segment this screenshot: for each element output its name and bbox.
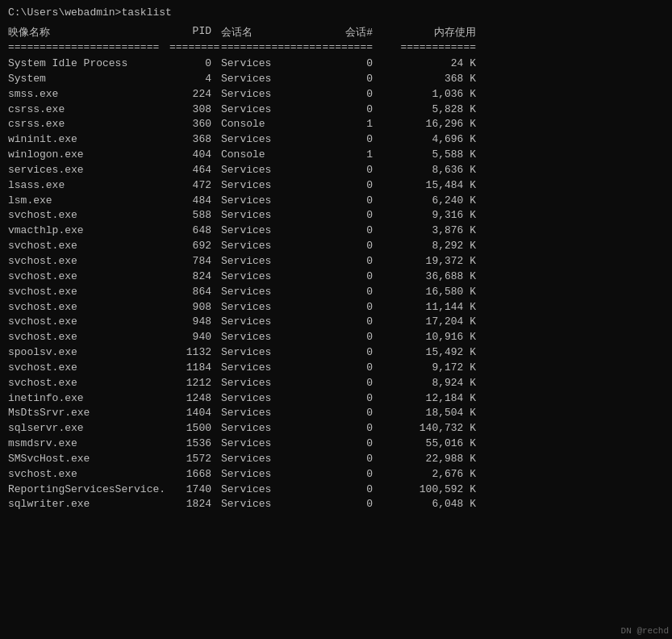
proc-pid: 1500 [169,421,218,436]
proc-name: System Idle Process [8,56,169,72]
table-row: svchost.exe 588 Services 0 9,316 K [8,208,664,223]
proc-mem: 55,016 K [379,436,476,452]
proc-pid: 484 [169,194,218,209]
proc-name: csrss.exe [8,102,169,118]
proc-num: 0 [315,223,379,239]
proc-name: ReportingServicesService. [8,482,169,498]
proc-pid: 224 [169,87,218,102]
table-divider: ======================== ======== ======… [8,41,664,53]
proc-name: vmacthlp.exe [8,223,169,239]
proc-num: 1 [315,148,379,163]
proc-num: 0 [315,300,379,315]
proc-pid: 940 [169,330,218,345]
proc-name: System [8,72,169,87]
proc-pid: 360 [169,117,218,132]
proc-pid: 404 [169,148,218,163]
proc-mem: 5,588 K [379,148,476,163]
table-row: sqlwriter.exe 1824 Services 0 6,048 K [8,497,664,512]
table-row: inetinfo.exe 1248 Services 0 12,184 K [8,391,664,407]
table-row: vmacthlp.exe 648 Services 0 3,876 K [8,223,664,239]
proc-name: svchost.exe [8,269,169,285]
divider-name: ======================== [8,41,169,53]
proc-session: Services [218,330,315,345]
proc-pid: 464 [169,163,218,178]
proc-pid: 368 [169,132,218,148]
proc-num: 0 [315,72,379,87]
proc-name: inetinfo.exe [8,391,169,407]
proc-pid: 1212 [169,376,218,391]
divider-num: ======== [315,41,379,53]
proc-session: Services [218,56,315,72]
proc-session: Services [218,482,315,498]
proc-mem: 19,372 K [379,254,476,269]
divider-session: ================ [218,41,315,53]
table-row: msmdsrv.exe 1536 Services 0 55,016 K [8,436,664,452]
proc-name: services.exe [8,163,169,178]
proc-name: SMSvcHost.exe [8,452,169,467]
proc-name: svchost.exe [8,376,169,391]
proc-mem: 1,036 K [379,87,476,102]
proc-name: wininit.exe [8,132,169,148]
proc-pid: 908 [169,300,218,315]
proc-num: 0 [315,285,379,300]
prompt-text: C:\Users\webadmin>tasklist [8,6,172,19]
proc-mem: 4,696 K [379,132,476,148]
proc-name: csrss.exe [8,117,169,132]
proc-pid: 1536 [169,436,218,452]
proc-session: Services [218,269,315,285]
proc-session: Services [218,208,315,223]
proc-pid: 0 [169,56,218,72]
proc-num: 0 [315,194,379,209]
proc-mem: 9,316 K [379,208,476,223]
proc-mem: 22,988 K [379,452,476,467]
proc-pid: 1132 [169,345,218,361]
proc-mem: 15,492 K [379,345,476,361]
proc-session: Services [218,452,315,467]
proc-mem: 3,876 K [379,223,476,239]
table-row: winlogon.exe 404 Console 1 5,588 K [8,148,664,163]
proc-pid: 948 [169,315,218,330]
process-list: System Idle Process 0 Services 0 24 K Sy… [8,56,664,512]
table-row: SMSvcHost.exe 1572 Services 0 22,988 K [8,452,664,467]
proc-mem: 24 K [379,56,476,72]
proc-num: 0 [315,87,379,102]
proc-name: svchost.exe [8,467,169,482]
prompt-line: C:\Users\webadmin>tasklist [8,6,664,19]
table-row: spoolsv.exe 1132 Services 0 15,492 K [8,345,664,361]
proc-pid: 864 [169,285,218,300]
proc-session: Services [218,87,315,102]
table-row: svchost.exe 1184 Services 0 9,172 K [8,361,664,376]
proc-pid: 1248 [169,391,218,407]
table-row: ReportingServicesService. 1740 Services … [8,482,664,498]
proc-session: Services [218,132,315,148]
proc-name: msmdsrv.exe [8,436,169,452]
proc-pid: 1572 [169,452,218,467]
proc-num: 0 [315,102,379,118]
header-session: 会话名 [218,25,315,40]
table-row: svchost.exe 824 Services 0 36,688 K [8,269,664,285]
proc-num: 0 [315,330,379,345]
proc-num: 0 [315,497,379,512]
proc-mem: 9,172 K [379,361,476,376]
proc-mem: 17,204 K [379,315,476,330]
table-row: lsm.exe 484 Services 0 6,240 K [8,194,664,209]
proc-name: lsass.exe [8,178,169,194]
proc-mem: 16,296 K [379,117,476,132]
header-pid: PID [169,25,218,40]
proc-session: Services [218,300,315,315]
header-mem: 内存使用 [379,25,476,40]
proc-session: Services [218,345,315,361]
proc-num: 0 [315,239,379,254]
proc-session: Services [218,223,315,239]
proc-mem: 12,184 K [379,391,476,407]
proc-mem: 100,592 K [379,482,476,498]
proc-pid: 824 [169,269,218,285]
proc-name: svchost.exe [8,330,169,345]
proc-pid: 588 [169,208,218,223]
proc-mem: 18,504 K [379,406,476,421]
table-row: svchost.exe 940 Services 0 10,916 K [8,330,664,345]
table-row: sqlservr.exe 1500 Services 0 140,732 K [8,421,664,436]
proc-name: sqlwriter.exe [8,497,169,512]
proc-mem: 6,048 K [379,497,476,512]
proc-name: MsDtsSrvr.exe [8,406,169,421]
